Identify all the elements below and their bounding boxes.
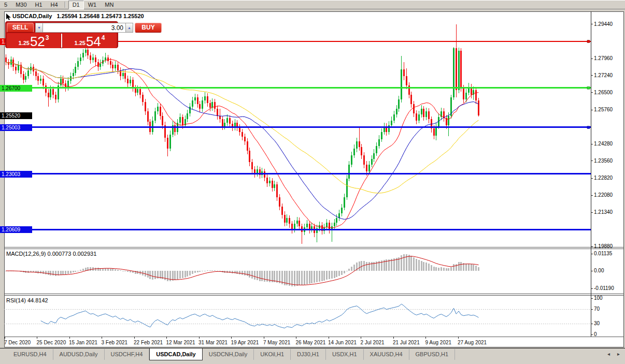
tab-usdcnh-daily[interactable]: USDCNH,Daily	[203, 349, 254, 360]
cursor-arrow-icon	[6, 13, 12, 20]
date-tick-label: 26 May 2021	[296, 340, 326, 345]
date-tick-label: 9 Aug 2021	[425, 340, 452, 345]
volume-decrease-button[interactable]: ▼	[35, 23, 43, 33]
period-button-w1[interactable]: W1	[84, 1, 101, 9]
rsi-tick-label: 30	[594, 321, 600, 326]
level-price-badge: 1.23003	[0, 171, 32, 178]
date-tick-label: 3 Feb 2021	[102, 340, 128, 345]
period-button-h1[interactable]: H1	[31, 1, 47, 9]
application-window: 5M30H1H4D1W1MN 1.294401.279601.272401.26…	[0, 0, 625, 364]
volume-spinner: ▼ ▲	[35, 23, 133, 33]
date-tick-label: 7 Dec 2020	[4, 340, 31, 345]
macd-tick-label: -0.01190	[594, 285, 614, 291]
date-tick-label: 7 May 2021	[263, 340, 290, 345]
tab-eurusd-h4[interactable]: EURUSD,H4	[7, 349, 53, 360]
price-tick-label: 1.23560	[594, 158, 613, 164]
period-button-d1[interactable]: D1	[68, 1, 84, 9]
toolbar-separator	[65, 2, 66, 8]
tab-xauusd-h4[interactable]: XAUUSD,H4	[364, 349, 409, 360]
level-price-badge: 1.26700	[0, 85, 32, 92]
date-tick-label: 2 Jul 2021	[361, 340, 385, 345]
chevron-down-icon: ▼	[37, 26, 41, 30]
price-tick-label: 1.19880	[594, 243, 613, 249]
date-tick-label: 22 Feb 2021	[134, 340, 163, 345]
price-tick-label: 1.22820	[594, 175, 613, 181]
rsi-tick-label: 0	[594, 331, 597, 337]
price-divider	[61, 34, 62, 48]
price-tick-label: 1.26500	[594, 90, 613, 95]
chart-quotes-label: 1.25594 1.25648 1.25473 1.25520	[56, 13, 144, 19]
rsi-indicator-label: RSI(14) 44.8142	[6, 297, 48, 303]
price-tick-label: 1.24280	[594, 141, 613, 147]
level-price-badge: 1.20609	[0, 226, 32, 233]
rsi-tick-label: 100	[594, 295, 603, 301]
price-tick-label: 1.27240	[594, 72, 613, 78]
buy-price-display[interactable]: 1.25 54 4	[63, 33, 117, 48]
volume-increase-button[interactable]: ▲	[125, 23, 133, 33]
chart-ohlc-header: USDCAD,Daily 1.25594 1.25648 1.25473 1.2…	[12, 13, 147, 19]
rsi-pane[interactable]	[4, 296, 591, 336]
date-tick-label: 27 Aug 2021	[458, 340, 487, 345]
chart-symbol-label: USDCAD,Daily	[12, 13, 52, 19]
symbol-tab-bar: EURUSD,H4AUDUSD,DailyUSDCHF,H4USDCAD,Dai…	[0, 348, 625, 361]
tab-usdx-h1[interactable]: USDX,H1	[326, 349, 364, 360]
level-price-badge: 1.25003	[0, 124, 32, 131]
macd-tick-label: 0.01135	[594, 251, 612, 256]
price-tick-label: 1.27960	[594, 55, 613, 61]
period-button-5[interactable]: 5	[0, 1, 11, 9]
tab-dj30-h1[interactable]: DJ30,H1	[291, 349, 326, 360]
date-tick-label: 15 Jan 2021	[69, 340, 97, 345]
period-button-mn[interactable]: MN	[101, 1, 118, 9]
tab-scroll-left-icon[interactable]: ◂	[607, 352, 610, 357]
price-tick-label: 1.22080	[594, 192, 613, 198]
date-tick-label: 21 Jul 2021	[393, 340, 420, 345]
macd-indicator-label: MACD(12,26,9) 0.000773 0.002931	[6, 251, 96, 257]
period-button-m30[interactable]: M30	[11, 1, 31, 9]
tab-usdchf-h4[interactable]: USDCHF,H4	[105, 349, 150, 360]
buy-price-pip: 4	[102, 34, 105, 41]
sell-price-display[interactable]: 1.25 52 3	[7, 33, 61, 48]
tab-scroll-right-icon[interactable]: ▸	[617, 352, 620, 357]
tab-ukoil-h1[interactable]: UKOil,H1	[254, 349, 291, 360]
sell-button[interactable]: SELL	[7, 23, 34, 33]
tab-usdcad-daily[interactable]: USDCAD,Daily	[149, 348, 202, 360]
rsi-tick-label: 70	[594, 306, 600, 312]
price-tick-label: 1.21340	[594, 209, 613, 215]
sell-price-main: 52	[30, 35, 45, 48]
tab-gbpusd-h1[interactable]: GBPUSD,H1	[409, 349, 456, 360]
sell-price-prefix: 1.25	[18, 40, 29, 46]
date-tick-label: 12 Mar 2021	[166, 340, 195, 345]
buy-price-main: 54	[86, 35, 101, 48]
date-tick-label: 25 Dec 2020	[37, 340, 66, 345]
one-click-trading-panel: SELL ▼ ▲ BUY 1.25 52 3 1.25 54	[5, 21, 118, 48]
period-toolbar: 5M30H1H4D1W1MN	[0, 0, 625, 9]
price-tick-label: 1.29440	[594, 21, 613, 27]
price-tick-label: 1.25760	[594, 107, 613, 112]
date-tick-label: 31 Mar 2021	[198, 340, 228, 345]
tab-audusd-daily[interactable]: AUDUSD,Daily	[53, 349, 105, 360]
period-button-h4[interactable]: H4	[47, 1, 62, 9]
date-tick-label: 14 Jun 2021	[328, 340, 357, 345]
buy-button[interactable]: BUY	[135, 23, 162, 33]
chevron-up-icon: ▲	[127, 26, 131, 30]
current-price-badge: 1.25520	[0, 112, 32, 119]
sell-price-pip: 3	[46, 34, 49, 41]
buy-price-prefix: 1.25	[74, 40, 85, 46]
date-tick-label: 19 Apr 2021	[231, 340, 259, 345]
macd-tick-label: 0.00	[594, 268, 604, 273]
volume-input[interactable]	[43, 23, 125, 33]
